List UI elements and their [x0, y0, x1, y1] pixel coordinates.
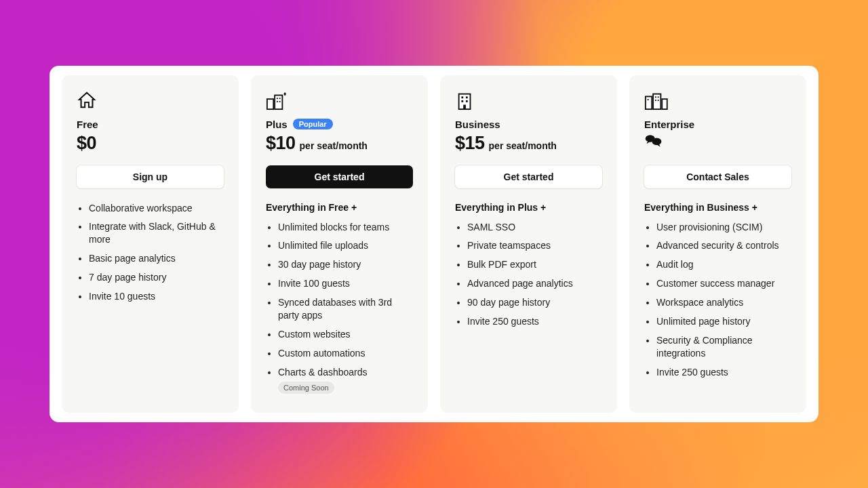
feature-item: Collaborative workspace — [89, 202, 224, 215]
plan-name: Free — [77, 119, 98, 130]
plan-price: $10 — [266, 133, 296, 154]
svg-rect-13 — [653, 94, 660, 109]
feature-item: Unlimited page history — [656, 315, 791, 328]
svg-rect-0 — [267, 99, 273, 109]
feature-item: Advanced page analytics — [467, 277, 602, 290]
house-icon — [77, 90, 224, 110]
feature-item: Bulk PDF export — [467, 258, 602, 271]
plan-per: per seat/month — [489, 140, 557, 151]
feature-item: Audit log — [656, 258, 791, 271]
feature-item: SAML SSO — [467, 221, 602, 234]
svg-rect-9 — [461, 100, 463, 102]
feature-list: Collaborative workspace Integrate with S… — [77, 202, 224, 303]
buildings-icon — [266, 90, 413, 110]
plan-card-plus: Plus Popular $10 per seat/month Get star… — [251, 75, 428, 413]
feature-heading: Everything in Free + — [266, 202, 413, 213]
svg-rect-10 — [466, 100, 468, 102]
plan-name: Plus — [266, 119, 288, 130]
feature-item: Invite 10 guests — [89, 290, 224, 303]
svg-rect-3 — [279, 98, 281, 99]
feature-item: Invite 250 guests — [656, 366, 791, 379]
feature-item: Invite 100 guests — [278, 277, 413, 290]
get-started-button[interactable]: Get started — [266, 165, 413, 188]
plan-per: per seat/month — [300, 140, 368, 151]
feature-item: Security & Compliance integrations — [656, 334, 791, 360]
svg-rect-7 — [461, 96, 463, 98]
feature-item: Synced databases with 3rd party apps — [278, 296, 413, 322]
feature-item: Unlimited file uploads — [278, 239, 413, 252]
plan-price: $15 — [455, 133, 485, 154]
svg-point-21 — [652, 138, 661, 145]
plan-name: Business — [455, 119, 500, 130]
popular-badge: Popular — [293, 119, 333, 129]
feature-item: Advanced security & controls — [656, 239, 791, 252]
feature-item: Unlimited blocks for teams — [278, 221, 413, 234]
contact-sales-button[interactable]: Contact Sales — [644, 165, 791, 188]
svg-rect-8 — [466, 96, 468, 98]
pricing-panel: Free $0 Sign up Collaborative workspace … — [50, 66, 818, 423]
svg-rect-15 — [648, 99, 649, 100]
feature-heading: Everything in Plus + — [455, 202, 602, 213]
feature-item: 90 day page history — [467, 296, 602, 309]
office-icon — [455, 90, 602, 110]
plan-card-free: Free $0 Sign up Collaborative workspace … — [62, 75, 239, 413]
get-started-button[interactable]: Get started — [455, 165, 602, 188]
svg-rect-11 — [463, 104, 466, 109]
feature-item: 7 day page history — [89, 271, 224, 284]
feature-item: User provisioning (SCIM) — [656, 221, 791, 234]
feature-item: Private teamspaces — [467, 239, 602, 252]
feature-item: Custom automations — [278, 347, 413, 360]
svg-rect-5 — [279, 101, 281, 102]
signup-button[interactable]: Sign up — [77, 165, 224, 188]
feature-item: Custom websites — [278, 328, 413, 341]
svg-rect-12 — [646, 96, 652, 109]
plan-card-business: Business $15 per seat/month Get started … — [440, 75, 617, 413]
feature-item: Invite 250 guests — [467, 315, 602, 328]
feature-item: Workspace analytics — [656, 296, 791, 309]
feature-item: 30 day page history — [278, 258, 413, 271]
feature-item: Charts & dashboards Coming Soon — [278, 366, 413, 394]
plan-price: $0 — [77, 133, 96, 154]
plan-card-enterprise: Enterprise Contact Sales Everything in B… — [629, 75, 806, 413]
svg-rect-16 — [655, 96, 656, 98]
svg-rect-4 — [277, 101, 278, 102]
feature-item: Basic page analytics — [89, 252, 224, 265]
plan-name: Enterprise — [644, 119, 694, 130]
skyline-icon — [644, 90, 791, 110]
feature-item: Integrate with Slack, GitHub & more — [89, 220, 224, 246]
svg-rect-17 — [658, 96, 659, 98]
svg-rect-2 — [277, 98, 278, 99]
feature-list: Unlimited blocks for teams Unlimited fil… — [266, 221, 413, 394]
coming-soon-pill: Coming Soon — [278, 382, 334, 394]
feature-item: Customer success manager — [656, 277, 791, 290]
svg-rect-19 — [658, 100, 659, 101]
chat-icon — [644, 133, 663, 148]
feature-list: User provisioning (SCIM) Advanced securi… — [644, 221, 791, 379]
svg-rect-18 — [655, 100, 656, 101]
svg-rect-14 — [662, 99, 667, 109]
svg-rect-1 — [275, 95, 282, 109]
feature-heading: Everything in Business + — [644, 202, 791, 213]
feature-list: SAML SSO Private teamspaces Bulk PDF exp… — [455, 221, 602, 328]
